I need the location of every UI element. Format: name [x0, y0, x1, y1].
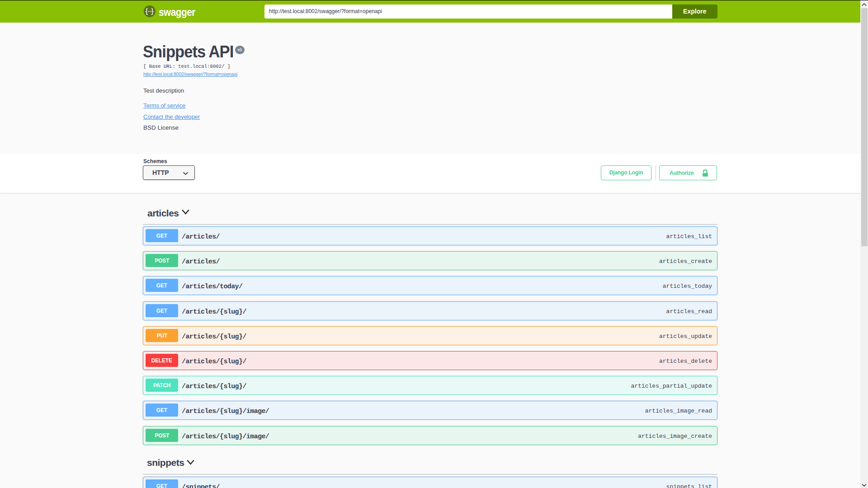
svg-text:{: {: [146, 7, 148, 15]
svg-text:}: }: [151, 7, 154, 15]
